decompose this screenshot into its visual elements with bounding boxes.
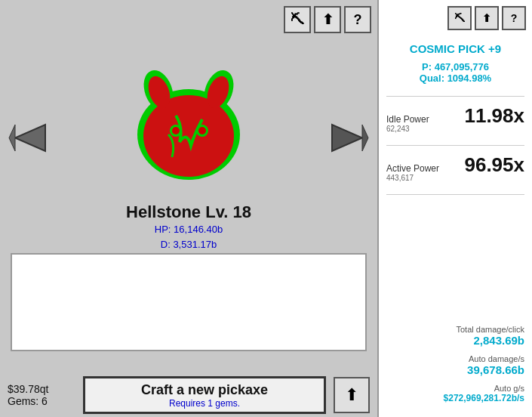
main-container: ⛏ ⬆ ? <box>0 0 532 417</box>
bottom-upload-button[interactable]: ⬆ <box>334 377 370 413</box>
currency-display: $39.78qt <box>8 383 75 395</box>
qual-value: Qual: 1094.98% <box>386 73 524 84</box>
active-power-row: Active Power 443,617 96.95x <box>386 150 524 185</box>
upload-button[interactable]: ⬆ <box>314 6 341 33</box>
idle-power-row: Idle Power 62,243 11.98x <box>386 101 524 136</box>
p-value: P: 467,095,776 <box>386 61 524 73</box>
divider-2 <box>386 145 524 146</box>
monster-display[interactable] <box>113 45 264 196</box>
idle-power-labels: Idle Power 62,243 <box>386 114 429 133</box>
right-upload-button[interactable]: ⬆ <box>475 6 499 30</box>
monster-area: Hellstone Lv. 18 HP: 16,146.40b D: 3,531… <box>45 45 332 267</box>
combat-log <box>11 253 367 351</box>
svg-point-11 <box>198 127 206 134</box>
monster-damage: D: 3,531.17b <box>149 237 229 252</box>
divider-1 <box>386 96 524 97</box>
prev-monster-button[interactable] <box>8 117 49 162</box>
total-damage-block: Total damage/click 2,843.69b <box>386 325 524 347</box>
cosmic-title: COSMIC PICK +9 <box>386 42 524 55</box>
active-power-labels: Active Power 443,617 <box>386 163 439 182</box>
pq-stats: P: 467,095,776 Qual: 1094.98% <box>386 61 524 84</box>
active-power-sub: 443,617 <box>386 174 439 182</box>
craft-pickaxe-button[interactable]: Craft a new pickaxe Requires 1 gems. <box>83 376 326 414</box>
svg-marker-0 <box>15 125 45 151</box>
idle-power-value: 11.98x <box>464 104 524 128</box>
svg-marker-1 <box>9 125 15 151</box>
currency-info: $39.78qt Gems: 6 <box>8 383 75 407</box>
monster-hp: HP: 16,146.40b <box>149 222 229 237</box>
left-panel: ⛏ ⬆ ? <box>0 0 377 417</box>
total-damage-value: 2,843.69b <box>386 334 524 347</box>
auto-g-value: $272,969,281.72b/s <box>386 393 524 403</box>
auto-g-label: Auto g/s <box>386 384 524 393</box>
help-button[interactable]: ? <box>344 6 371 33</box>
next-monster-button[interactable] <box>328 117 370 162</box>
auto-damage-label: Auto damage/s <box>386 354 524 363</box>
idle-power-label: Idle Power <box>386 114 429 125</box>
auto-damage-block: Auto damage/s 39,678.66b <box>386 354 524 376</box>
svg-marker-12 <box>332 125 362 151</box>
auto-damage-value: 39,678.66b <box>386 363 524 376</box>
bottom-bar: $39.78qt Gems: 6 Craft a new pickaxe Req… <box>0 373 377 417</box>
svg-marker-13 <box>362 125 368 151</box>
svg-point-5 <box>143 95 234 177</box>
idle-power-sub: 62,243 <box>386 125 429 133</box>
craft-sub: Requires 1 gems. <box>169 398 240 409</box>
monster-name: Hellstone Lv. 18 <box>126 202 251 222</box>
svg-point-10 <box>172 127 180 134</box>
gems-display: Gems: 6 <box>8 395 75 407</box>
upload-arrow-icon: ⬆ <box>345 385 358 405</box>
right-panel: ⛏ ⬆ ? COSMIC PICK +9 P: 467,095,776 Qual… <box>377 0 532 417</box>
pickaxe-button[interactable]: ⛏ <box>284 6 311 33</box>
total-damage-label: Total damage/click <box>386 325 524 334</box>
right-help-button[interactable]: ? <box>502 6 526 30</box>
craft-label: Craft a new pickaxe <box>141 382 268 398</box>
active-power-label: Active Power <box>386 163 439 174</box>
auto-g-block: Auto g/s $272,969,281.72b/s <box>386 384 524 403</box>
right-pickaxe-button[interactable]: ⛏ <box>447 6 472 30</box>
right-top-icons: ⛏ ⬆ ? <box>447 6 526 30</box>
divider-3 <box>386 194 524 195</box>
active-power-value: 96.95x <box>464 153 524 177</box>
top-icons: ⛏ ⬆ ? <box>284 6 371 33</box>
